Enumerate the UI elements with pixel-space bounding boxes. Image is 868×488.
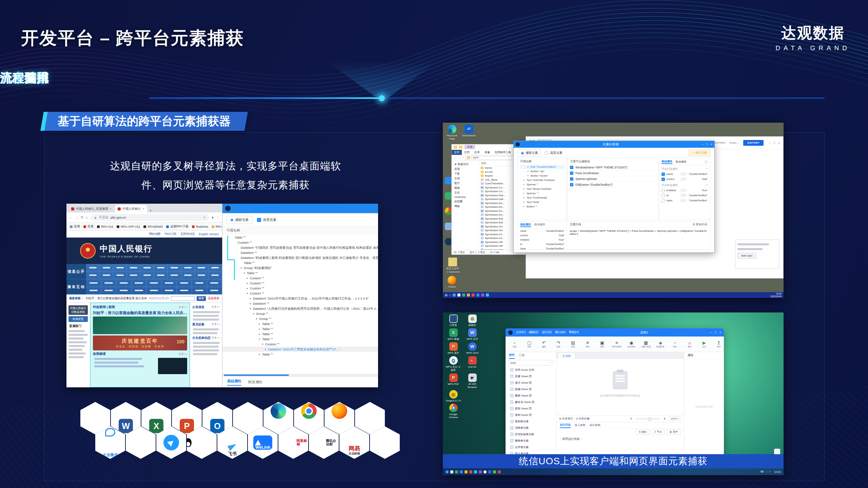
forward-icon[interactable]: →: [75, 216, 78, 219]
sidebar-item[interactable]: 音乐: [452, 190, 478, 195]
control-search[interactable]: ⌕: [508, 360, 553, 365]
tree-item[interactable]: ▸Text "FontFamily": [520, 196, 565, 200]
checkbox-icon[interactable]: ✓: [570, 183, 573, 186]
desktop-icon[interactable]: ☛ AT-SPI Browser: [465, 373, 480, 389]
menu-item[interactable]: 帮助(H): [569, 330, 579, 334]
expander-icon[interactable]: ▸: [258, 352, 261, 357]
expander-icon[interactable]: ▸: [264, 347, 267, 352]
expander-icon[interactable]: ▸: [258, 331, 261, 337]
utility-link[interactable]: 网站地图: [149, 232, 160, 236]
capture-element-button[interactable]: ▣捕获元素: [226, 216, 252, 224]
utility-link[interactable]: 无障碍浏览: [180, 232, 195, 236]
toolbar-button[interactable]: ↷还原: [553, 340, 564, 348]
sidebar-chip[interactable]: 中国人民银行纪检监察组: [68, 305, 88, 315]
more-link[interactable]: 更多>>: [212, 322, 220, 327]
tree-item[interactable]: Table "": [222, 235, 378, 240]
home-icon[interactable]: ⌂: [86, 216, 88, 219]
tab-extra-props[interactable]: 附加属性: [676, 160, 687, 164]
utility-link[interactable]: English Version: [199, 232, 219, 236]
toolbar-button[interactable]: ▢保存: [524, 340, 535, 348]
expander-icon[interactable]: ▾: [252, 311, 255, 316]
export-log-button[interactable]: ↥ 导出: [651, 429, 665, 435]
control-item[interactable]: 关闭 Excel 文档: [510, 367, 556, 373]
bookmark-item[interactable]: 达观RPA下载: [166, 224, 189, 229]
checkbox-icon[interactable]: [662, 194, 665, 197]
bookmark-star-icon[interactable]: ☆: [203, 216, 206, 219]
toolbar-button[interactable]: ▣复制: [596, 340, 608, 348]
tree-item[interactable]: ▾Group "时政要闻区": [222, 265, 378, 270]
tree-item[interactable]: DataItem "": [222, 250, 378, 255]
desktop-icon[interactable]: S WPS 表格: [446, 328, 461, 341]
stage-tab[interactable]: 流程复用: [0, 70, 49, 86]
bookmark-item[interactable]: 应用: [70, 224, 80, 229]
tree-item[interactable]: ▸Button "": [520, 204, 565, 209]
bookmark-item[interactable]: RPADEMO: [143, 225, 163, 228]
highlight-element-checkbox[interactable]: ✓高亮元素: [257, 218, 276, 222]
tree-item[interactable]: ▸Table "": [222, 352, 378, 357]
sidebar-item[interactable]: 下载: [452, 171, 478, 176]
control-item[interactable]: 重命名 Sheet 页: [510, 399, 556, 405]
collapse-icon[interactable]: ˅: [706, 167, 708, 171]
ribbon-tab[interactable]: 文件: [452, 150, 462, 155]
ribbon-tab[interactable]: 主页: [462, 150, 472, 155]
tree-item[interactable]: ▸Button "Up": [520, 169, 565, 174]
tab-project[interactable]: 工程: [519, 353, 525, 358]
menu-item[interactable]: 文件(F): [516, 330, 526, 334]
tab-run-log[interactable]: 运行日志: [560, 422, 571, 428]
toolbar-button[interactable]: ◉流程录制: [626, 340, 637, 348]
tree-item[interactable]: DataItem "时政要闻 | 新闻 时政要闻区 统计数据与标准区 政策法规区…: [222, 255, 378, 260]
zoom-slider[interactable]: [636, 419, 660, 419]
control-item[interactable]: 删除单元格: [510, 438, 556, 444]
toolbar-button[interactable]: ☼调试: [684, 340, 695, 348]
desktop-icon[interactable]: W WPS 2019: [465, 342, 480, 355]
verify-failed-button[interactable]: ⚠ 验证失败: [689, 149, 710, 156]
desktop-icon[interactable]: Google Chrome: [446, 404, 461, 419]
browser-tab[interactable]: 中国人民银行_百度搜索×: [68, 205, 114, 212]
tab-basic-props[interactable]: 基础属性: [520, 223, 531, 227]
expander-icon[interactable]: ▾: [249, 306, 252, 311]
checkbox-icon[interactable]: [662, 189, 665, 192]
ribbon-tab[interactable]: 应用程序工具: [492, 150, 513, 155]
horizontal-scrollbar[interactable]: [222, 374, 378, 377]
expander-icon[interactable]: ▸: [246, 286, 249, 291]
copy-log-button[interactable]: ⧉ 复制: [636, 429, 649, 435]
checkbox-icon[interactable]: ✓: [570, 166, 573, 169]
tab-extra-props[interactable]: 附加属性: [248, 380, 262, 385]
desktop-icon[interactable]: [465, 390, 480, 402]
tree-item[interactable]: ▾Group "": [222, 311, 378, 316]
checkbox-icon[interactable]: ✓: [570, 177, 573, 181]
desktop-icon[interactable]: P WPS PDF: [446, 373, 461, 389]
expander-icon[interactable]: ▸: [258, 321, 261, 326]
more-link[interactable]: 更多>>: [212, 336, 220, 340]
search-input[interactable]: [510, 361, 537, 364]
new-tab-button[interactable]: +: [148, 209, 154, 212]
tree-item[interactable]: ▸Spinner "": [520, 191, 565, 196]
tree-item[interactable]: ▸Table "": [222, 331, 378, 337]
tab-basic-props[interactable]: 基础属性: [227, 379, 241, 386]
export-button[interactable]: EXPORT: [743, 140, 764, 146]
site-search-button[interactable]: 搜索: [197, 296, 206, 301]
start-icon[interactable]: ⊞: [445, 293, 448, 297]
menu-item[interactable]: 编辑(E): [529, 330, 538, 334]
more-link[interactable]: 更多>>: [179, 305, 187, 309]
menu-item[interactable]: 窗口(W): [555, 330, 566, 334]
tree-item[interactable]: ▸DataItem "2021年三季度末金融业机构总资产37…": [222, 347, 378, 352]
tree-item[interactable]: ▾Custom "": [222, 291, 378, 296]
sidebar-item[interactable]: ★ 快速访问: [452, 162, 478, 166]
info-icon[interactable]: i: [705, 160, 708, 163]
sidebar-chip[interactable]: 机构设置: [68, 316, 88, 322]
tree-item[interactable]: ▸Spinner "": [520, 182, 565, 187]
control-item[interactable]: 复制 Sheet 页: [510, 412, 556, 418]
desktop-icon-teamviewer[interactable]: TeamViewer: [461, 125, 477, 137]
desktop-icon-firefox[interactable]: Firefox: [444, 276, 460, 288]
site-search-input[interactable]: [171, 296, 195, 301]
toolbar-button[interactable]: ○断点: [669, 340, 681, 348]
desktop-icon[interactable]: ♻ 回收站: [465, 314, 480, 327]
tree-item[interactable]: ▾Table "": [222, 337, 378, 342]
prop-row[interactable]: ✓name= ˅"DoubleTextBox": [662, 171, 708, 177]
tree-item[interactable]: ▸Text "SubTitle FontSize": [520, 178, 565, 182]
checkbox-icon[interactable]: [662, 199, 665, 202]
tree-item[interactable]: ▸Custom "": [222, 276, 378, 281]
more-link[interactable]: 更多>>: [179, 352, 187, 356]
zoom-level[interactable]: 100% ˅: [668, 416, 681, 421]
